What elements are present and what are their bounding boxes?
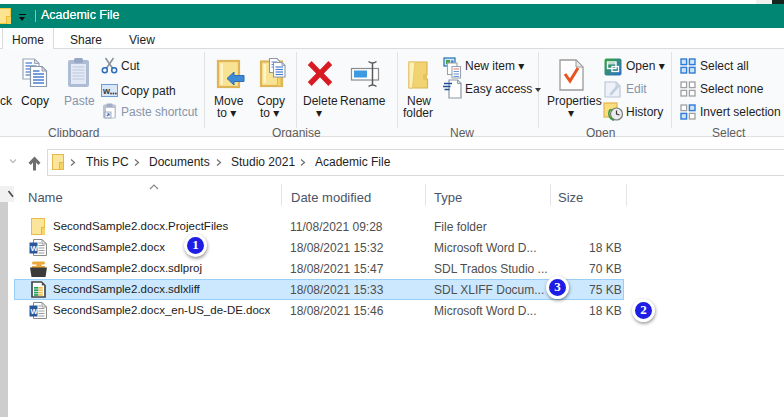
svg-text:W: W	[31, 244, 39, 253]
svg-text:W: W	[31, 307, 39, 316]
svg-text:w: w	[102, 86, 111, 96]
